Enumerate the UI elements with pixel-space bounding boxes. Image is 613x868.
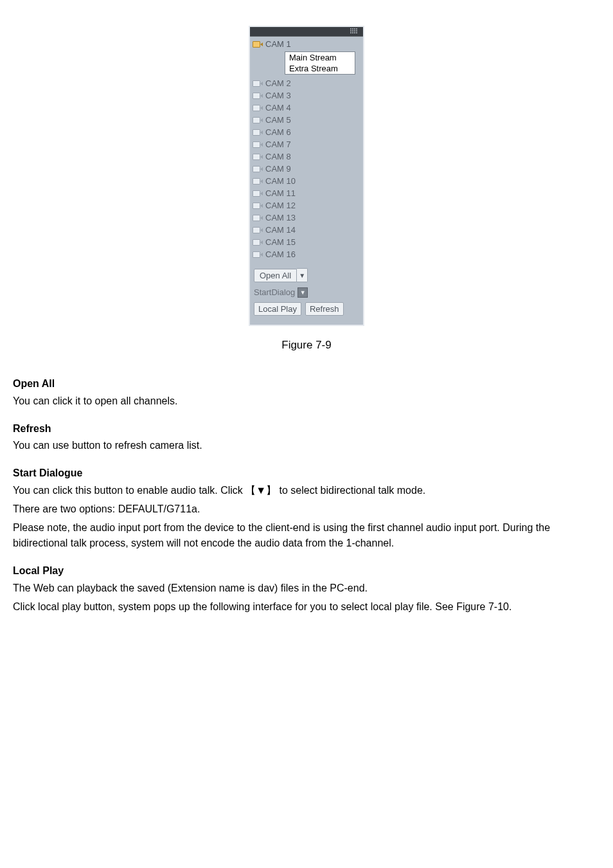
camera-icon [253,92,263,100]
camera-icon [253,80,263,87]
paragraph: You can click this button to enable audi… [13,483,600,499]
camera-label: CAM 9 [265,164,291,174]
panel-titlebar[interactable] [250,27,363,37]
paragraph: The Web can playback the saved (Extensio… [13,581,600,597]
camera-item-6[interactable]: CAM 6 [250,126,363,138]
camera-icon [253,141,263,149]
camera-label: CAM 7 [265,140,291,149]
camera-label: CAM 12 [265,201,296,210]
stream-option-main[interactable]: Main Stream [285,52,355,63]
document-body: Open All You can click it to open all ch… [0,352,613,644]
camera-label: CAM 13 [265,213,296,222]
camera-icon [253,129,263,136]
figure-container: CAM 1 Main Stream Extra Stream CAM 2 CAM… [0,26,613,352]
camera-label: CAM 14 [265,225,296,235]
camera-list: CAM 1 Main Stream Extra Stream CAM 2 CAM… [250,37,363,263]
open-all-dropdown-toggle[interactable]: ▼ [297,268,308,282]
camera-label: CAM 15 [265,237,296,247]
start-dialog-label[interactable]: StartDialog [254,286,295,298]
camera-item-10[interactable]: CAM 10 [250,175,363,187]
camera-item-4[interactable]: CAM 4 [250,102,363,114]
camera-label: CAM 3 [265,91,291,100]
camera-icon [253,214,263,222]
camera-item-5[interactable]: CAM 5 [250,114,363,126]
camera-label: CAM 10 [265,176,296,186]
paragraph: There are two options: DEFAULT/G711a. [13,502,600,518]
camera-item-14[interactable]: CAM 14 [250,224,363,236]
section-heading-open-all: Open All [13,376,600,392]
camera-icon [253,153,263,161]
camera-label: CAM 4 [265,103,291,113]
camera-item-7[interactable]: CAM 7 [250,138,363,150]
camera-panel: CAM 1 Main Stream Extra Stream CAM 2 CAM… [249,26,364,326]
camera-icon [253,202,263,210]
camera-item-2[interactable]: CAM 2 [250,77,363,89]
camera-item-9[interactable]: CAM 9 [250,163,363,175]
camera-icon [253,239,263,246]
camera-icon [253,104,263,112]
camera-item-1[interactable]: CAM 1 [250,38,363,50]
paragraph: Please note, the audio input port from t… [13,520,600,552]
section-heading-local-play: Local Play [13,563,600,579]
camera-icon [253,226,263,234]
camera-icon [253,165,263,173]
camera-item-3[interactable]: CAM 3 [250,89,363,102]
section-heading-refresh: Refresh [13,421,600,437]
start-dialog-dropdown-toggle[interactable]: ▼ [298,287,308,298]
stream-option-extra[interactable]: Extra Stream [285,63,355,74]
camera-item-15[interactable]: CAM 15 [250,236,363,248]
stream-context-menu: Main Stream Extra Stream [285,51,355,75]
paragraph: You can use button to refresh camera lis… [13,438,600,454]
paragraph: You can click it to open all channels. [13,393,600,410]
camera-item-8[interactable]: CAM 8 [250,150,363,163]
camera-item-13[interactable]: CAM 13 [250,212,363,224]
camera-item-16[interactable]: CAM 16 [250,248,363,260]
local-play-button[interactable]: Local Play [254,302,301,316]
camera-icon [253,251,263,258]
camera-icon [253,41,263,48]
camera-icon [253,116,263,124]
camera-label: CAM 8 [265,152,291,161]
camera-item-11[interactable]: CAM 11 [250,187,363,199]
panel-actions: Open All ▼ StartDialog ▼ Local Play Refr… [250,263,363,325]
camera-label: CAM 16 [265,249,296,259]
camera-label: CAM 1 [265,39,291,49]
camera-label: CAM 11 [265,188,296,198]
drag-grip-icon[interactable] [350,28,360,35]
camera-label: CAM 2 [265,78,291,88]
paragraph: Click local play button, system pops up … [13,599,600,615]
camera-label: CAM 6 [265,127,291,137]
camera-label: CAM 5 [265,115,291,125]
section-heading-start-dialogue: Start Dialogue [13,466,600,482]
camera-icon [253,190,263,197]
camera-icon [253,177,263,185]
figure-caption: Figure 7-9 [0,339,613,352]
refresh-button[interactable]: Refresh [305,302,344,316]
open-all-button[interactable]: Open All [254,269,297,282]
camera-item-12[interactable]: CAM 12 [250,199,363,212]
